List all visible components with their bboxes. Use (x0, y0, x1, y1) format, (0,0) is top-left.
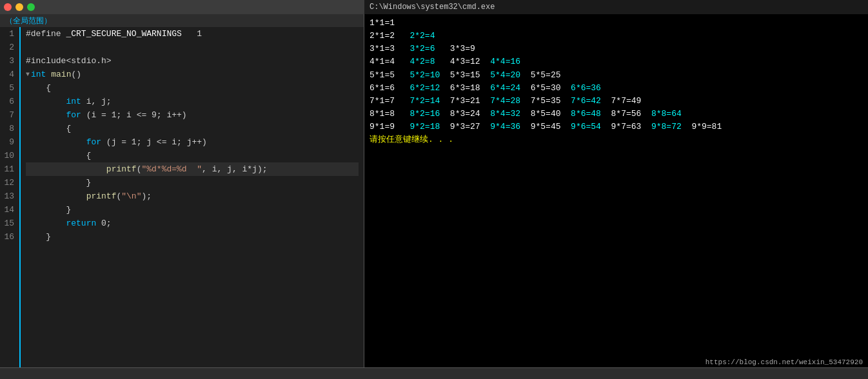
line-num-2: 2 (3, 41, 14, 54)
line-num-3: 3 (3, 54, 14, 68)
line-num-15: 15 (3, 217, 14, 230)
line-num-16: 16 (3, 230, 14, 244)
main-content: （全局范围） 1 2 3 4 5 6 7 8 9 10 11 12 13 14 … (0, 14, 868, 367)
code-token: for (j = 1; j <= i; j++) (26, 135, 207, 149)
line-num-10: 10 (3, 149, 14, 162)
code-line-6: int i, j; (26, 95, 359, 108)
line-num-7: 7 (3, 108, 14, 122)
terminal-line-3: 3*1=3 3*2=6 3*3=9 (370, 43, 863, 55)
close-button[interactable] (4, 3, 12, 11)
code-line-2 (26, 41, 359, 54)
code-token: { (26, 149, 91, 162)
terminal-line-7: 7*1=7 7*2=14 7*3=21 7*4=28 7*5=35 7*6=42… (370, 95, 863, 108)
code-token: #include<stdio.h> (26, 54, 112, 68)
minimize-button[interactable] (15, 3, 23, 11)
line-num-12: 12 (3, 176, 14, 190)
code-line-15: return 0; (26, 217, 359, 230)
terminal-line-6: 6*1=6 6*2=12 6*3=18 6*4=24 6*5=30 6*6=36 (370, 82, 863, 95)
code-line-1: #define _CRT_SECURE_NO_WARNINGS 1 (26, 27, 359, 41)
scope-bar: （全局范围） (0, 14, 364, 27)
line-num-9: 9 (3, 135, 14, 149)
line-num-6: 6 (3, 95, 14, 108)
code-area[interactable]: 1 2 3 4 5 6 7 8 9 10 11 12 13 14 15 16 (0, 27, 364, 367)
terminal-output[interactable]: 1*1=1 2*1=2 2*2=4 3*1=3 3*2=6 3*3=9 4*1=… (364, 14, 868, 357)
line-num-4: 4 (3, 68, 14, 81)
editor-title-bar (0, 3, 364, 11)
terminal-title-text: C:\Windows\system32\cmd.exe (370, 3, 495, 12)
maximize-button[interactable] (27, 3, 35, 11)
code-token: int i, j; (26, 95, 112, 108)
terminal-line-1: 1*1=1 (370, 17, 863, 30)
code-token: #define _CRT_SECURE_NO_WARNINGS 1 (26, 27, 202, 41)
code-token: } (26, 203, 71, 217)
code-token: printf("\n"); (26, 190, 152, 203)
line-num-11: 11 (3, 162, 14, 176)
terminal-panel: 1*1=1 2*1=2 2*2=4 3*1=3 3*2=6 3*3=9 4*1=… (364, 14, 868, 367)
line-num-14: 14 (3, 203, 14, 217)
terminal-line-5: 5*1=5 5*2=10 5*3=15 5*4=20 5*5=25 (370, 69, 863, 82)
code-line-7: for (i = 1; i <= 9; i++) (26, 108, 359, 122)
code-line-10: { (26, 149, 359, 162)
terminal-line-9: 9*1=9 9*2=18 9*3=27 9*4=36 9*5=45 9*6=54… (370, 121, 863, 133)
code-token: { (26, 122, 71, 135)
title-bar: C:\Windows\system32\cmd.exe (0, 0, 868, 14)
terminal-line-8: 8*1=8 8*2=16 8*3=24 8*4=32 8*5=40 8*6=48… (370, 108, 863, 121)
terminal-footer: https://blog.csdn.net/weixin_53472920 (364, 357, 868, 367)
terminal-title-bar: C:\Windows\system32\cmd.exe (364, 0, 868, 14)
code-token: int (31, 68, 51, 81)
code-line-5: { (26, 81, 359, 95)
code-token: main (51, 68, 71, 81)
code-token: for (i = 1; i <= 9; i++) (26, 108, 187, 122)
code-line-4: ▼int main() (26, 68, 359, 81)
fold-icon[interactable]: ▼ (26, 68, 30, 81)
terminal-line-prompt: 请按任意键继续. . . (370, 133, 863, 146)
code-line-11: printf("%d*%d=%d ", i, j, i*j); (26, 162, 359, 176)
terminal-line-2: 2*1=2 2*2=4 (370, 30, 863, 43)
line-num-5: 5 (3, 81, 14, 95)
terminal-line-4: 4*1=4 4*2=8 4*3=12 4*4=16 (370, 55, 863, 68)
code-token: () (71, 68, 81, 81)
code-token: } (26, 230, 51, 244)
line-num-13: 13 (3, 190, 14, 203)
line-num-1: 1 (3, 27, 14, 41)
code-token: } (26, 176, 91, 190)
code-line-3: #include<stdio.h> (26, 54, 359, 68)
footer-url: https://blog.csdn.net/weixin_53472920 (705, 358, 863, 366)
code-token: return 0; (26, 217, 112, 230)
code-content[interactable]: #define _CRT_SECURE_NO_WARNINGS 1 #inclu… (21, 27, 364, 367)
code-line-9: for (j = 1; j <= i; j++) (26, 135, 359, 149)
code-line-12: } (26, 176, 359, 190)
code-line-13: printf("\n"); (26, 190, 359, 203)
bottom-bar (0, 367, 868, 379)
line-numbers: 1 2 3 4 5 6 7 8 9 10 11 12 13 14 15 16 (0, 27, 21, 367)
line-num-8: 8 (3, 122, 14, 135)
code-token: printf("%d*%d=%d ", i, j, i*j); (26, 162, 268, 176)
code-line-8: { (26, 122, 359, 135)
code-line-14: } (26, 203, 359, 217)
code-editor-panel: （全局范围） 1 2 3 4 5 6 7 8 9 10 11 12 13 14 … (0, 14, 364, 367)
code-token: { (26, 81, 51, 95)
scope-label: （全局范围） (5, 15, 52, 26)
code-line-16: } (26, 230, 359, 244)
